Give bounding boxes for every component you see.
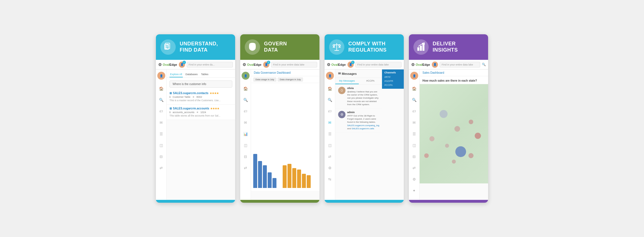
sidebar-exchange-3[interactable]: ⇆ (326, 175, 334, 183)
sidebar-settings-4[interactable]: ⚙ (411, 175, 418, 183)
result-title-1: ⊞ SALES.sugarcrm.contacts ★★★★ (169, 92, 232, 95)
message-admin: ⚙ admin #RTF Out of the 38 Right to Forg… (335, 109, 382, 133)
sidebar-layers-1[interactable]: ◫ (158, 141, 165, 149)
ovaledge-logo-2: ⚙ OvalEdge (242, 62, 261, 67)
sidebar-home-2[interactable]: 🏠 (242, 85, 249, 92)
msg-author-admin: admin (347, 111, 379, 114)
sidebar-chart-2[interactable]: 📊 (242, 130, 249, 137)
sidebar-search-4[interactable]: 🔍 (411, 96, 418, 103)
sidebar-mail-4[interactable]: ✉ (411, 119, 418, 126)
sidebar-tag-2[interactable]: 🏷 (242, 107, 249, 115)
sidebar-filter-2[interactable]: ⊟ (242, 153, 249, 160)
bar-4 (268, 172, 272, 188)
user-section-4: 👤 (432, 62, 438, 68)
card-header-understand: UNDERSTAND, FIND DATA (156, 34, 235, 60)
search-tabs-1: Explore All Databases Tables (167, 69, 235, 78)
card-header-govern: GOVERN DATA (240, 34, 319, 60)
info-icon-1: ℹ (169, 96, 170, 98)
sidebar-list-4[interactable]: ☰ (411, 130, 418, 137)
link-compaing-log[interactable]: SALES.sugarcrm.compaing_log (347, 124, 379, 127)
sidebar-home-4[interactable]: 🏠 (411, 85, 418, 92)
card-comply: COMPLY WITH REGULATIONS ⚙ OvalEdge 👤 2 F… (325, 34, 404, 203)
main-content-1: Explore All Databases Tables Where is th… (167, 69, 235, 200)
sidebar-tag-4[interactable]: 🏷 (411, 107, 418, 115)
main-content-3: ✉ Messages My Messages #CCPA (335, 69, 404, 200)
main-content-2: Data Governance Dashboard Data usage in … (251, 69, 319, 200)
sidebar-layers-3[interactable]: ◫ (326, 141, 334, 149)
comply-icon-bg (329, 39, 344, 55)
svg-rect-17 (423, 44, 424, 50)
sidebar-arrows-4[interactable]: ⇄ (411, 164, 418, 172)
sidebar-mail-1[interactable]: ✉ (158, 119, 165, 126)
notif-badge-1: 1 (183, 61, 186, 64)
ovaledge-logo-3: ⚙ OvalEdge (327, 62, 346, 67)
search-bar-4[interactable]: Find in your entire data lake (440, 62, 480, 67)
card-inner-1: 👤 🏠 🔍 🏷 ✉ ☰ ◫ ⊟ ⇄ Explore All Databases … (156, 69, 235, 200)
channel-gdpr[interactable]: #GDPR (384, 79, 402, 83)
sidebar-arrows-1[interactable]: ⇄ (158, 164, 165, 172)
bar-7 (287, 164, 291, 188)
bubble-7 (455, 146, 466, 157)
sidebar-extra-4[interactable]: ✦ (411, 187, 418, 194)
user-section-3: 👤 2 (347, 62, 354, 68)
tab-explore-all[interactable]: Explore All (169, 72, 183, 77)
count-icon-1: ≡ (193, 96, 194, 98)
search-icon-4[interactable]: 🔍 (482, 63, 486, 66)
search-bar-1[interactable]: Find in your entire da... (187, 62, 233, 67)
user-section-1: 👤 1 (179, 62, 185, 68)
svg-point-14 (339, 45, 340, 45)
msg-author-olivia: olivia (347, 87, 379, 90)
sidebar-arrows-3[interactable]: ⇄ (326, 153, 334, 160)
svg-rect-16 (420, 46, 422, 50)
sidebar-arrows-2[interactable]: ⇄ (242, 164, 249, 172)
search-input-1[interactable]: Where is the customer info (169, 81, 232, 88)
search-bar-2[interactable]: Find in your entire data lake (271, 62, 317, 67)
sidebar-search-2[interactable]: 🔍 (242, 96, 249, 103)
sidebar-mail-2[interactable]: ✉ (242, 119, 249, 126)
document-icon (164, 43, 173, 52)
channel-ccpa[interactable]: #CCPA (384, 83, 402, 87)
result-meta-2: ℹ accounts_accounts ≡ 1024 (169, 111, 232, 114)
sidebar-filter-1[interactable]: ⊟ (158, 153, 165, 160)
notif-badge-3: 2 (351, 61, 355, 64)
bubble-1 (440, 110, 448, 118)
channels-panel: Channels #RTF #GDPR #CCPA (382, 69, 404, 89)
comply-right: Channels #RTF #GDPR #CCPA (382, 69, 404, 200)
sidebar-filter-4[interactable]: ⊟ (411, 153, 418, 160)
sidebar-home-1[interactable]: 🏠 (158, 85, 165, 92)
sidebar-list-3[interactable]: ☰ (326, 130, 334, 137)
sidebar-tag-1[interactable]: 🏷 (158, 107, 165, 115)
avatar-admin: ⚙ (338, 111, 345, 118)
channel-rtf[interactable]: #RTF (384, 75, 402, 79)
msg-content-admin: admin #RTF Out of the 38 Right to Forget… (347, 111, 379, 130)
sidebar-settings-3[interactable]: ⚙ (326, 164, 334, 172)
comply-left: ✉ Messages My Messages #CCPA (335, 69, 382, 200)
tab-tables[interactable]: Tables (201, 72, 209, 77)
link-calls[interactable]: SALES.sugarcrm.calls (352, 127, 374, 130)
govern-tab-usage[interactable]: Data usage in July (253, 77, 276, 82)
tab-databases[interactable]: Databases (185, 72, 198, 77)
svg-point-18 (422, 43, 423, 44)
tab-ccpa[interactable]: #CCPA (359, 78, 382, 84)
comply-layout: ✉ Messages My Messages #CCPA (335, 69, 404, 200)
sidebar-tag-3[interactable]: 🏷 (326, 107, 334, 115)
sidebar-layers-4[interactable]: ◫ (411, 141, 418, 149)
sidebar-search-3[interactable]: 🔍 (326, 96, 334, 103)
sidebar-list-1[interactable]: ☰ (158, 130, 165, 137)
govern-tab-changes[interactable]: Data changes in July (278, 77, 303, 82)
card-body-govern: ⚙ OvalEdge 👤 2 Find in your entire data … (240, 60, 319, 200)
insights-chart-icon (417, 43, 426, 52)
bar-9 (297, 170, 301, 188)
sidebar-home-3[interactable]: 🏠 (326, 85, 334, 92)
sidebar-layers-2[interactable]: ◫ (242, 141, 249, 149)
understand-icon-bg (160, 39, 176, 55)
result-name-1: SALES.sugarcrm.contacts (173, 92, 209, 95)
avatar-olivia: O (338, 87, 345, 94)
sidebar-avatar-4: 👤 (410, 72, 418, 80)
search-bar-3[interactable]: Find in your entire data lake (355, 62, 402, 67)
tab-my-messages[interactable]: My Messages (335, 78, 359, 84)
sidebar-search-1[interactable]: 🔍 (158, 96, 165, 103)
card-understand: UNDERSTAND, FIND DATA ⚙ OvalEdge 👤 1 Fin… (156, 34, 235, 203)
ovaledge-topbar-2: ⚙ OvalEdge 👤 2 Find in your entire data … (240, 60, 319, 69)
sidebar-mail-3[interactable]: ✉ (326, 119, 334, 126)
